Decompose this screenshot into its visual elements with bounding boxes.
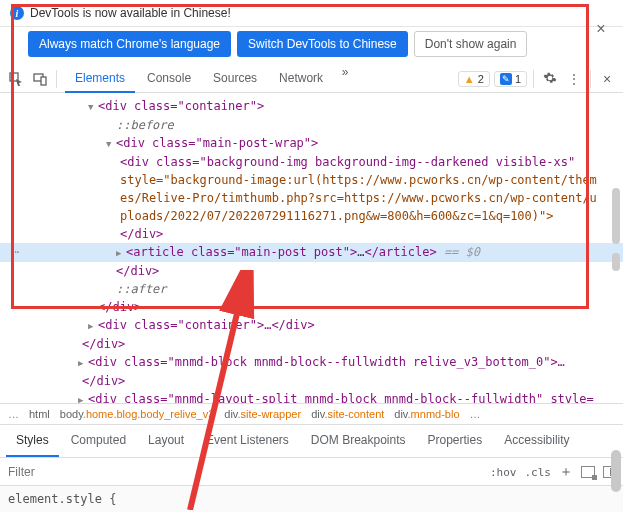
messages-count: 1	[515, 73, 521, 85]
device-toggle-icon[interactable]	[30, 69, 50, 89]
switch-language-button[interactable]: Switch DevTools to Chinese	[237, 31, 408, 57]
subtab-layout[interactable]: Layout	[138, 425, 194, 457]
dom-node[interactable]: <div class="main-post-wrap">	[0, 134, 623, 153]
scrollbar-thumb[interactable]	[612, 253, 620, 271]
dom-tree[interactable]: <div class="container"> ::before <div cl…	[0, 93, 623, 403]
dom-pseudo[interactable]: ::after	[0, 280, 623, 298]
info-icon: i	[10, 6, 24, 20]
dom-breadcrumbs: … html body.home.blog.body_relive_v3 div…	[0, 403, 623, 425]
subtab-accessibility[interactable]: Accessibility	[494, 425, 579, 457]
dom-node[interactable]: <div class="background-img background-im…	[0, 153, 623, 171]
message-icon: ✎	[500, 73, 512, 85]
dom-node[interactable]: ploads/2022/07/202207291116271.png&w=800…	[0, 207, 623, 225]
cls-toggle[interactable]: .cls	[525, 466, 552, 479]
devtools-toolbar: Elements Console Sources Network » ▲ 2 ✎…	[0, 65, 623, 93]
dom-node[interactable]: style="background-image:url(https://www.…	[0, 171, 623, 189]
dom-node[interactable]: </div>	[0, 298, 623, 316]
crumb-html[interactable]: html	[29, 408, 50, 420]
more-tabs-icon[interactable]: »	[335, 65, 355, 93]
dom-node[interactable]: <div class="mnmd-block mnmd-block--fullw…	[0, 353, 623, 372]
dom-node[interactable]: </div>	[0, 372, 623, 390]
tab-console[interactable]: Console	[137, 65, 201, 93]
dom-node[interactable]: es/Relive-Pro/timthumb.php?src=https://w…	[0, 189, 623, 207]
warnings-count: 2	[478, 73, 484, 85]
banner-actions: Always match Chrome's language Switch De…	[0, 27, 623, 65]
toolbar-right: ▲ 2 ✎ 1 ⋮ ×	[458, 65, 617, 93]
banner-message: DevTools is now available in Chinese!	[30, 6, 231, 20]
scrollbar-thumb[interactable]	[612, 188, 620, 244]
crumb-overflow-right[interactable]: …	[470, 408, 481, 420]
styles-filter-row: :hov .cls ＋	[0, 458, 623, 486]
warnings-badge[interactable]: ▲ 2	[458, 71, 490, 87]
toolbar-separator	[533, 70, 534, 88]
dismiss-banner-button[interactable]: Don't show again	[414, 31, 528, 57]
crumb-site-content[interactable]: div.site-content	[311, 408, 384, 420]
messages-badge[interactable]: ✎ 1	[494, 71, 527, 87]
tab-network[interactable]: Network	[269, 65, 333, 93]
dom-node-selected[interactable]: <article class="main-post post">…</artic…	[0, 243, 623, 262]
styles-filter-input[interactable]	[6, 464, 206, 480]
crumb-site-wrapper[interactable]: div.site-wrapper	[224, 408, 301, 420]
tab-sources[interactable]: Sources	[203, 65, 267, 93]
dom-node[interactable]: <div class="container">…</div>	[0, 316, 623, 335]
dom-node[interactable]: <div class="mnmd-layout-split mnmd-block…	[0, 390, 623, 403]
crumb-body[interactable]: body.home.blog.body_relive_v3	[60, 408, 215, 420]
close-icon[interactable]: ×	[593, 22, 609, 38]
match-language-button[interactable]: Always match Chrome's language	[28, 31, 231, 57]
styles-editor[interactable]: element.style {	[0, 486, 623, 512]
close-devtools-icon[interactable]: ×	[597, 69, 617, 89]
new-style-rule-icon[interactable]: ＋	[559, 463, 573, 481]
toolbar-separator	[590, 70, 591, 88]
inspect-icon[interactable]	[6, 69, 26, 89]
computed-styles-icon[interactable]	[581, 466, 595, 478]
styles-filter-right: :hov .cls ＋	[490, 458, 617, 486]
style-rule-line: element.style {	[8, 492, 116, 506]
language-banner: i DevTools is now available in Chinese! …	[0, 0, 623, 27]
toolbar-separator	[56, 70, 57, 88]
warning-icon: ▲	[464, 73, 475, 85]
dom-pseudo[interactable]: ::before	[0, 116, 623, 134]
crumb-overflow-left[interactable]: …	[8, 408, 19, 420]
subtab-styles[interactable]: Styles	[6, 425, 59, 457]
svg-rect-2	[41, 77, 46, 85]
subtab-dom-breakpoints[interactable]: DOM Breakpoints	[301, 425, 416, 457]
panel-tabs: Elements Console Sources Network »	[65, 65, 355, 93]
dom-node[interactable]: </div>	[0, 262, 623, 280]
gear-icon[interactable]	[540, 71, 560, 88]
crumb-mnmd-block[interactable]: div.mnmd-blo	[394, 408, 459, 420]
dom-node[interactable]: </div>	[0, 335, 623, 353]
subtab-event-listeners[interactable]: Event Listeners	[196, 425, 299, 457]
tab-elements[interactable]: Elements	[65, 65, 135, 93]
hov-toggle[interactable]: :hov	[490, 466, 517, 479]
styles-subtabs: Styles Computed Layout Event Listeners D…	[0, 425, 623, 458]
kebab-menu-icon[interactable]: ⋮	[564, 72, 584, 86]
subtab-computed[interactable]: Computed	[61, 425, 136, 457]
scrollbar-thumb[interactable]	[611, 450, 621, 492]
subtab-properties[interactable]: Properties	[418, 425, 493, 457]
dom-node[interactable]: <div class="container">	[0, 97, 623, 116]
dom-node[interactable]: </div>	[0, 225, 623, 243]
